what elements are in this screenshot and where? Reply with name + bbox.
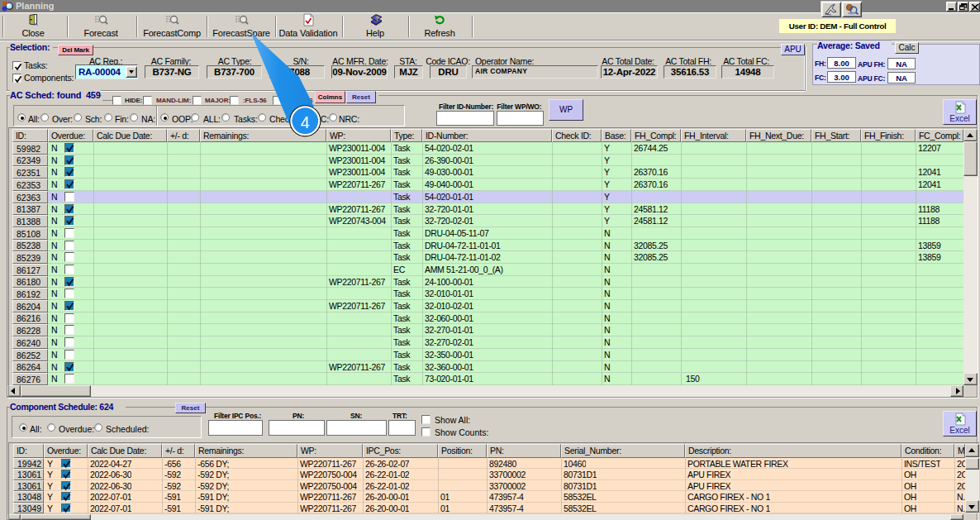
svg-text:?: ? xyxy=(375,15,379,22)
